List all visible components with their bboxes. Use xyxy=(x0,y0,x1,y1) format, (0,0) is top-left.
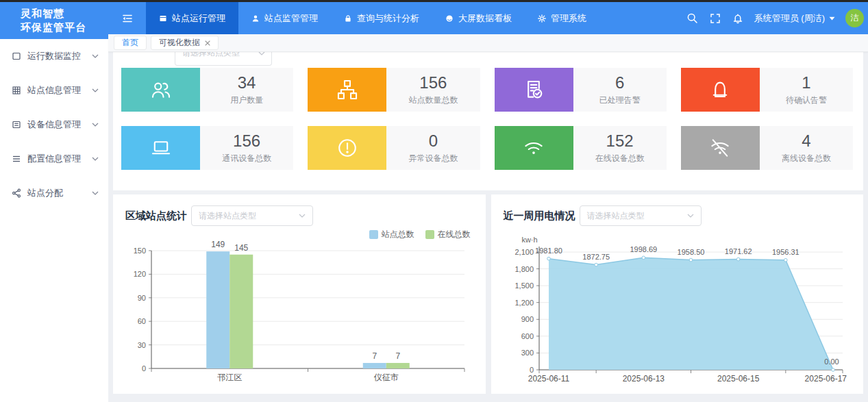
region-site-stats-panel: 区域站点统计 请选择站点类型 站点总数 在线总数 xyxy=(113,194,486,394)
power-area-chart: 03006009001,2001,5001,8002,100kw·h1981.8… xyxy=(504,234,850,386)
svg-text:60: 60 xyxy=(138,317,146,325)
legend-label: 在线总数 xyxy=(438,229,471,240)
stat-value: 152 xyxy=(606,131,634,151)
stat-label: 待确认告警 xyxy=(786,95,827,106)
svg-text:1872.75: 1872.75 xyxy=(582,253,610,261)
stat-label: 站点数量总数 xyxy=(408,95,458,106)
charts-row: 区域站点统计 请选择站点类型 站点总数 在线总数 xyxy=(113,194,863,394)
chart-title: 近一周用电情况 xyxy=(504,210,575,223)
nav-label: 站点运行管理 xyxy=(172,12,225,25)
nav-item-site-supervision[interactable]: 站点监管管理 xyxy=(238,2,331,34)
power-site-type-select[interactable]: 请选择站点类型 xyxy=(580,205,702,226)
svg-text:300: 300 xyxy=(521,349,533,357)
site-type-select-cropped[interactable]: 请选择站点类型 xyxy=(175,52,272,66)
share-icon xyxy=(12,188,21,198)
svg-text:900: 900 xyxy=(521,315,533,323)
stat-card-offline-devices: 4 离线设备总数 xyxy=(681,126,853,170)
svg-text:7: 7 xyxy=(395,351,400,361)
svg-text:1,800: 1,800 xyxy=(514,265,534,273)
app-logo: 灵和智慧 环保监管平台 xyxy=(0,2,108,39)
stat-card-pending-alarms: 1 待确认告警 xyxy=(681,68,853,112)
avatar[interactable]: 洁 xyxy=(845,9,864,27)
svg-text:145: 145 xyxy=(234,243,248,253)
tab-home[interactable]: 首页 xyxy=(114,36,147,50)
chart-title: 区域站点统计 xyxy=(125,210,187,223)
stat-value: 4 xyxy=(802,131,810,151)
legend-item-total-sites[interactable]: 站点总数 xyxy=(369,229,414,240)
sidebar-label: 运行数据监控 xyxy=(27,50,81,62)
stat-label: 通讯设备总数 xyxy=(222,153,271,164)
stat-value: 34 xyxy=(238,73,256,92)
stat-card-handled-alarms: 6 已处理告警 xyxy=(495,68,667,112)
stat-body: 152 在线设备总数 xyxy=(573,126,667,170)
region-bar-chart: 0306090120150149145邗江区77仪征市 xyxy=(125,241,471,386)
svg-text:90: 90 xyxy=(138,294,146,302)
sidebar-item-site-allocation[interactable]: 站点分配 xyxy=(0,176,108,210)
wifi-off-icon xyxy=(681,126,760,170)
config-list-icon xyxy=(12,154,21,164)
sidebar-label: 站点信息管理 xyxy=(27,84,81,97)
search-icon[interactable] xyxy=(686,12,699,25)
stat-card-users: 34 用户数量 xyxy=(121,68,293,112)
svg-text:30: 30 xyxy=(138,341,146,349)
svg-text:1998.69: 1998.69 xyxy=(630,245,657,253)
chevron-down-icon xyxy=(92,157,99,161)
tab-visualization-data[interactable]: 可视化数据 xyxy=(151,36,219,50)
stat-value: 1 xyxy=(802,73,810,92)
nav-item-dashboard[interactable]: 大屏数据看板 xyxy=(432,2,525,34)
chevron-down-icon xyxy=(258,52,265,55)
sidebar: 运行数据监控 站点信息管理 设备信息管理 配置信息管理 站点分配 xyxy=(0,39,108,402)
stat-body: 6 已处理告警 xyxy=(573,68,667,112)
nav-item-management[interactable]: 管理系统 xyxy=(525,2,599,34)
legend-swatch xyxy=(425,230,434,239)
svg-text:149: 149 xyxy=(211,241,225,249)
tab-label: 首页 xyxy=(122,37,138,49)
stat-body: 4 离线设备总数 xyxy=(760,126,853,170)
svg-text:邗江区: 邗江区 xyxy=(217,373,242,382)
sidebar-label: 设备信息管理 xyxy=(27,118,81,131)
stat-value: 0 xyxy=(429,131,438,151)
legend-item-online-sites[interactable]: 在线总数 xyxy=(425,229,471,240)
fullscreen-icon[interactable] xyxy=(709,12,721,25)
stat-card-abnormal-devices: 0 异常设备总数 xyxy=(308,126,480,170)
stat-card-sites: 156 站点数量总数 xyxy=(308,68,480,112)
device-doc-icon xyxy=(12,120,21,129)
user-name: 系统管理员 (周洁) xyxy=(754,12,825,25)
tab-bar: 首页 可视化数据 xyxy=(108,34,868,52)
avatar-text: 洁 xyxy=(851,12,859,24)
select-placeholder: 请选择站点类型 xyxy=(182,52,240,59)
laptop-icon xyxy=(121,126,200,170)
tab-close-icon[interactable] xyxy=(205,40,210,46)
sitemap-icon xyxy=(308,68,386,112)
stat-body: 156 通讯设备总数 xyxy=(200,126,293,170)
sidebar-item-device-info[interactable]: 设备信息管理 xyxy=(0,108,108,142)
sidebar-collapse-icon[interactable] xyxy=(119,10,136,27)
bell-icon[interactable] xyxy=(732,12,744,25)
sidebar-item-site-info[interactable]: 站点信息管理 xyxy=(0,73,108,108)
stat-label: 异常设备总数 xyxy=(408,153,458,164)
monitor-icon xyxy=(12,51,21,61)
svg-text:1958.50: 1958.50 xyxy=(677,248,704,256)
svg-text:1,500: 1,500 xyxy=(514,281,534,290)
region-site-type-select[interactable]: 请选择站点类型 xyxy=(191,205,313,226)
tab-label: 可视化数据 xyxy=(159,37,200,49)
sidebar-item-config-info[interactable]: 配置信息管理 xyxy=(0,142,108,176)
lock-icon xyxy=(344,14,352,23)
nav-item-query-statistics[interactable]: 查询与统计分析 xyxy=(331,2,432,34)
stat-label: 用户数量 xyxy=(230,95,263,106)
sidebar-item-running-data[interactable]: 运行数据监控 xyxy=(0,39,108,73)
svg-text:2025-06-15: 2025-06-15 xyxy=(717,374,759,384)
svg-text:120: 120 xyxy=(134,270,146,278)
svg-text:1981.80: 1981.80 xyxy=(535,247,562,255)
users-icon xyxy=(121,68,200,112)
stat-cards-row-1: 34 用户数量 156 站点数量总数 xyxy=(121,68,853,112)
legend-swatch xyxy=(369,230,378,239)
svg-text:0: 0 xyxy=(529,366,533,374)
chart-header: 近一周用电情况 请选择站点类型 xyxy=(504,205,852,226)
user-menu[interactable]: 系统管理员 (周洁) xyxy=(754,12,835,25)
chevron-down-icon xyxy=(92,123,99,127)
nav-item-site-operation[interactable]: 站点运行管理 xyxy=(146,2,238,34)
stats-panel: 请选择站点类型 34 用户数量 xyxy=(113,52,863,190)
svg-text:仪征市: 仪征市 xyxy=(374,373,399,382)
chevron-down-icon xyxy=(687,214,694,218)
